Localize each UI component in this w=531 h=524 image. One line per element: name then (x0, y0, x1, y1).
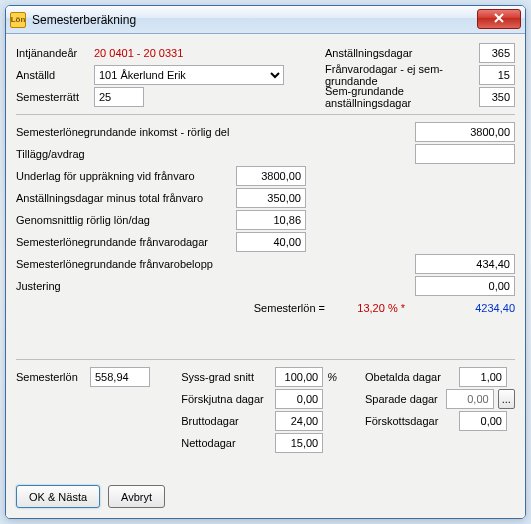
mid-r1-label: Semesterlönegrundande inkomst - rörlig d… (16, 126, 229, 138)
anstalld-select[interactable]: 101 Åkerlund Erik (94, 65, 284, 85)
mid-r6-label: Semesterlönegrundande frånvarodagar (16, 236, 236, 248)
close-button[interactable] (477, 9, 521, 29)
window-title: Semesterberäkning (32, 13, 136, 27)
sum-value: 4234,40 (415, 302, 515, 314)
intjanandear-value: 20 0401 - 20 0331 (94, 47, 183, 59)
ok-nasta-button[interactable]: OK & Nästa (16, 485, 100, 508)
obetalda-input[interactable] (459, 367, 507, 387)
mid-r7-label: Semesterlönegrundande frånvarobelopp (16, 258, 213, 270)
mid-r8-input[interactable] (415, 276, 515, 296)
mid-r4-label: Anställningsdagar minus total frånvaro (16, 192, 236, 204)
semesterratt-label: Semesterrätt (16, 91, 94, 103)
mid-r4-input[interactable] (236, 188, 306, 208)
close-icon (494, 13, 504, 25)
mid-r5-input[interactable] (236, 210, 306, 230)
syssgrad-label: Syss-grad snitt (181, 371, 271, 383)
forskotts-label: Förskottsdagar (365, 415, 455, 427)
mid-r2-label: Tillägg/avdrag (16, 148, 85, 160)
avbryt-button[interactable]: Avbryt (108, 485, 165, 508)
mid-r6-input[interactable] (236, 232, 306, 252)
mid-r5-label: Genomsnittlig rörlig lön/dag (16, 214, 236, 226)
client-area: Intjänandeår 20 0401 - 20 0331 Anställd … (6, 34, 525, 518)
anstallningsdagar-input[interactable] (479, 43, 515, 63)
syssgrad-unit: % (327, 371, 337, 383)
sparade-ellipsis-button[interactable]: ... (498, 389, 515, 409)
forskjutna-input[interactable] (275, 389, 323, 409)
obetalda-label: Obetalda dagar (365, 371, 455, 383)
mid-r1-input[interactable] (415, 122, 515, 142)
mid-r7-input[interactable] (415, 254, 515, 274)
semesterratt-input[interactable] (94, 87, 144, 107)
sum-pct: 13,20 % * (335, 302, 405, 314)
sparade-label: Sparade dagar (365, 393, 442, 405)
divider-2 (16, 359, 515, 360)
intjanandear-label: Intjänandeår (16, 47, 94, 59)
nettodagar-label: Nettodagar (181, 437, 271, 449)
app-window: Lön Semesterberäkning Intjänandeår 20 04… (5, 5, 526, 519)
mid-r3-label: Underlag för uppräkning vid frånvaro (16, 170, 236, 182)
nettodagar-input[interactable] (275, 433, 323, 453)
bruttodagar-label: Bruttodagar (181, 415, 271, 427)
mid-r2-input[interactable] (415, 144, 515, 164)
franvarodagar-label: Frånvarodagar - ej sem-grundande (325, 63, 479, 87)
anstalld-label: Anställd (16, 69, 94, 81)
divider-1 (16, 114, 515, 115)
titlebar: Lön Semesterberäkning (6, 6, 525, 34)
semgrundande-input[interactable] (479, 87, 515, 107)
syssgrad-input[interactable] (275, 367, 323, 387)
semgrundande-label: Sem-grundande anställningsdagar (325, 85, 479, 109)
franvarodagar-input[interactable] (479, 65, 515, 85)
bruttodagar-input[interactable] (275, 411, 323, 431)
app-icon: Lön (10, 12, 26, 28)
forskjutna-label: Förskjutna dagar (181, 393, 271, 405)
forskotts-input[interactable] (459, 411, 507, 431)
sum-label: Semesterlön = (254, 302, 325, 314)
semesterlon-label: Semesterlön (16, 371, 86, 383)
mid-r8-label: Justering (16, 280, 61, 292)
anstallningsdagar-label: Anställningsdagar (325, 47, 479, 59)
sparade-input (446, 389, 494, 409)
mid-r3-input[interactable] (236, 166, 306, 186)
semesterlon-input[interactable] (90, 367, 150, 387)
